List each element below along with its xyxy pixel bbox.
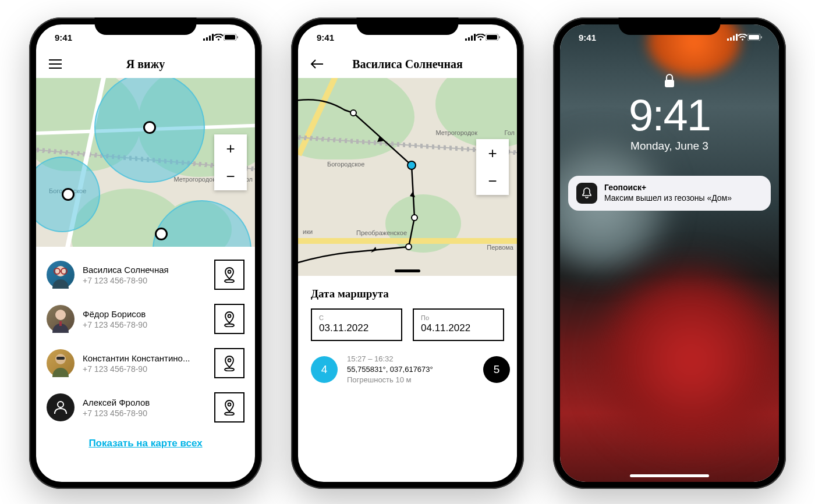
route-node[interactable]: [350, 109, 357, 116]
locate-button[interactable]: [214, 348, 245, 378]
svg-rect-28: [471, 36, 473, 41]
date-from-field[interactable]: С 03.11.2022: [311, 308, 402, 341]
nav-bar: Василиса Солнечная: [298, 50, 517, 78]
status-icons: [465, 34, 501, 41]
svg-rect-20: [56, 357, 65, 360]
show-all-on-map-link[interactable]: Показать на карте всех: [47, 430, 245, 457]
pin-icon: [222, 311, 237, 327]
notification-app-icon: [576, 183, 597, 204]
svg-point-15: [55, 310, 66, 320]
avatar: [47, 349, 75, 377]
route-date-panel: Дата маршрута С 03.11.2022 По 04.11.2022…: [298, 276, 517, 392]
route-node-current[interactable]: [407, 161, 416, 170]
map-label: Первома: [487, 244, 513, 251]
date-to-value: 04.11.2022: [421, 322, 496, 334]
svg-rect-5: [225, 35, 235, 40]
zoom-out-button[interactable]: −: [214, 162, 247, 190]
svg-rect-16: [59, 321, 62, 326]
home-indicator[interactable]: [630, 474, 709, 477]
zoom-in-button[interactable]: +: [476, 139, 509, 167]
person-marker[interactable]: [143, 121, 156, 134]
lock-screen-time: 9:41: [560, 93, 779, 137]
svg-point-21: [228, 359, 231, 362]
waypoint-row[interactable]: 4 15:27 – 16:32 55,755831°, 037,617673° …: [311, 354, 504, 386]
status-icons: [203, 34, 239, 41]
zoom-out-button[interactable]: −: [476, 167, 509, 195]
phone-mockup-1: 9:41 Я вижу Богородское Метрогородок Гол: [29, 17, 262, 489]
contact-phone: +7 123 456-78-90: [83, 409, 206, 418]
panel-grabber[interactable]: [395, 269, 420, 272]
status-time: 9:41: [55, 33, 72, 42]
person-marker[interactable]: [62, 188, 75, 201]
panel-title: Дата маршрута: [311, 288, 504, 300]
contact-row[interactable]: Василиса Солнечная +7 123 456-78-90: [47, 253, 245, 297]
status-time: 9:41: [317, 33, 334, 42]
lock-screen: 9:41 9:41 Monday, June 3 Геопоиск+ Макси…: [560, 24, 779, 482]
status-icons: [727, 34, 763, 41]
date-to-label: По: [421, 314, 496, 321]
svg-rect-0: [203, 38, 205, 41]
wifi-icon: [214, 34, 224, 41]
svg-rect-39: [733, 36, 735, 41]
svg-rect-1: [206, 37, 208, 41]
route-node[interactable]: [411, 214, 418, 221]
person-marker[interactable]: [155, 228, 168, 240]
contact-name: Фёдор Борисов: [83, 309, 206, 319]
zoom-in-button[interactable]: +: [214, 134, 247, 162]
zoom-controls: + −: [476, 139, 509, 195]
contact-name: Константин Константино...: [83, 353, 206, 363]
map-view[interactable]: Богородское Метрогородок Гол Преображенс…: [298, 78, 517, 276]
contact-phone: +7 123 456-78-90: [83, 320, 206, 329]
contact-row[interactable]: Константин Константино... +7 123 456-78-…: [47, 341, 245, 385]
svg-rect-42: [749, 35, 759, 40]
hamburger-icon: [49, 59, 62, 69]
waypoint-next-badge[interactable]: 5: [483, 356, 510, 383]
contact-row[interactable]: Фёдор Борисов +7 123 456-78-90: [47, 297, 245, 341]
pin-icon: [222, 399, 237, 416]
notification-text: Геопоиск+ Максим вышел из геозоны «Дом»: [604, 183, 732, 203]
battery-icon: [486, 34, 501, 41]
menu-button[interactable]: [47, 55, 64, 73]
locate-button[interactable]: [214, 304, 245, 334]
signal-icon: [727, 34, 738, 41]
notch: [95, 17, 197, 35]
phone-mockup-2: 9:41 Василиса Солнечная Богородское Метр…: [291, 17, 524, 489]
signal-icon: [465, 34, 476, 41]
svg-point-18: [225, 324, 234, 327]
lock-screen-date: Monday, June 3: [560, 140, 779, 152]
svg-rect-32: [499, 36, 500, 38]
date-to-field[interactable]: По 04.11.2022: [413, 308, 504, 341]
status-time: 9:41: [579, 33, 596, 42]
contact-phone: +7 123 456-78-90: [83, 364, 206, 374]
contact-info: Фёдор Борисов +7 123 456-78-90: [83, 309, 206, 329]
svg-rect-44: [665, 80, 674, 87]
date-from-value: 03.11.2022: [319, 322, 394, 334]
phone-mockup-3: 9:41 9:41 Monday, June 3 Геопоиск+ Макси…: [553, 17, 786, 489]
waypoint-time: 15:27 – 16:32: [347, 354, 433, 364]
route-node[interactable]: [405, 243, 412, 250]
screen-route-detail: 9:41 Василиса Солнечная Богородское Метр…: [298, 24, 517, 482]
locate-button[interactable]: [214, 392, 245, 423]
zoom-controls: + −: [214, 134, 247, 190]
nav-bar: Я вижу: [36, 50, 255, 78]
person-icon: [53, 400, 68, 415]
svg-point-13: [228, 271, 231, 274]
svg-rect-6: [237, 36, 238, 38]
map-label: Метрогородок: [173, 176, 215, 183]
date-from-label: С: [319, 314, 394, 321]
svg-point-17: [228, 315, 231, 318]
map-label: Гол: [504, 129, 515, 136]
lock-icon: [560, 73, 779, 91]
back-button[interactable]: [309, 55, 326, 73]
map-view[interactable]: Богородское Метрогородок Гол + −: [36, 78, 255, 247]
svg-rect-27: [468, 37, 470, 41]
pin-icon: [222, 355, 237, 371]
locate-button[interactable]: [214, 260, 245, 290]
arrow-left-icon: [310, 59, 324, 69]
pin-icon: [222, 267, 237, 283]
battery-icon: [224, 34, 239, 41]
notification-card[interactable]: Геопоиск+ Максим вышел из геозоны «Дом»: [568, 176, 771, 211]
contacts-list: Василиса Солнечная +7 123 456-78-90 Фёдо…: [36, 247, 255, 460]
contact-row[interactable]: Алексей Фролов +7 123 456-78-90: [47, 385, 245, 430]
notification-app-name: Геопоиск+: [604, 183, 732, 192]
